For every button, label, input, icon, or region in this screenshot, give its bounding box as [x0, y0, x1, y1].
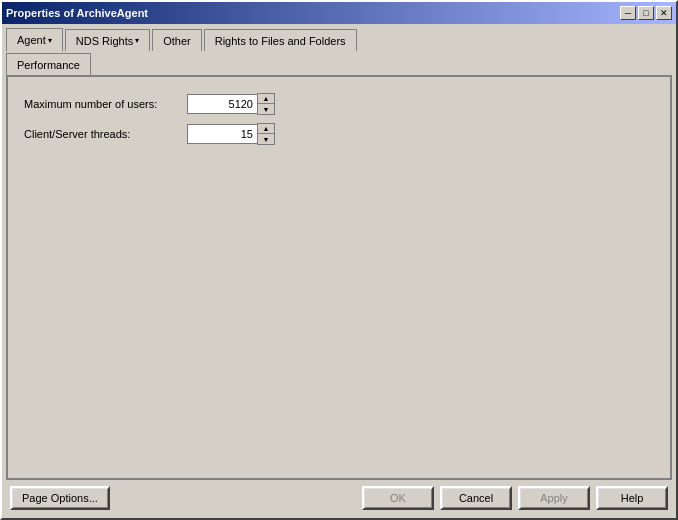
window-content: Agent ▾ NDS Rights ▾ Other Rights to Fil…	[2, 24, 676, 518]
help-button[interactable]: Help	[596, 486, 668, 510]
max-users-input[interactable]	[187, 94, 257, 114]
tab-panel: Agent ▾ NDS Rights ▾ Other Rights to Fil…	[6, 28, 672, 75]
client-server-threads-row: Client/Server threads: ▲ ▼	[24, 123, 654, 145]
footer-left: Page Options...	[10, 486, 110, 510]
client-server-threads-increment-button[interactable]: ▲	[258, 124, 274, 134]
client-server-threads-decrement-button[interactable]: ▼	[258, 134, 274, 144]
tab-nds-rights[interactable]: NDS Rights ▾	[65, 29, 150, 51]
client-server-threads-label: Client/Server threads:	[24, 128, 179, 140]
tab-agent-label: Agent	[17, 34, 46, 46]
max-users-decrement-button[interactable]: ▼	[258, 104, 274, 114]
close-button[interactable]: ✕	[656, 6, 672, 20]
tab-other-label: Other	[163, 35, 191, 47]
main-panel: Maximum number of users: ▲ ▼ Client/Serv…	[6, 75, 672, 480]
title-bar: Properties of ArchiveAgent ─ □ ✕	[2, 2, 676, 24]
tab-performance[interactable]: Performance	[6, 53, 91, 75]
max-users-row: Maximum number of users: ▲ ▼	[24, 93, 654, 115]
ok-button[interactable]: OK	[362, 486, 434, 510]
tab-nds-rights-label: NDS Rights	[76, 35, 133, 47]
client-server-threads-spinner-buttons: ▲ ▼	[257, 123, 275, 145]
max-users-label: Maximum number of users:	[24, 98, 179, 110]
tab-row-1: Agent ▾ NDS Rights ▾ Other Rights to Fil…	[6, 28, 672, 51]
minimize-button[interactable]: ─	[620, 6, 636, 20]
window-title: Properties of ArchiveAgent	[6, 7, 148, 19]
tab-agent[interactable]: Agent ▾	[6, 28, 63, 52]
footer-right: OK Cancel Apply Help	[362, 486, 668, 510]
max-users-increment-button[interactable]: ▲	[258, 94, 274, 104]
page-options-button[interactable]: Page Options...	[10, 486, 110, 510]
max-users-spinner: ▲ ▼	[187, 93, 275, 115]
main-window: Properties of ArchiveAgent ─ □ ✕ Agent ▾…	[0, 0, 678, 520]
tab-row-2: Performance	[6, 53, 672, 75]
agent-tab-arrow-icon: ▾	[48, 36, 52, 45]
max-users-spinner-buttons: ▲ ▼	[257, 93, 275, 115]
cancel-button[interactable]: Cancel	[440, 486, 512, 510]
client-server-threads-spinner: ▲ ▼	[187, 123, 275, 145]
nds-rights-tab-arrow-icon: ▾	[135, 36, 139, 45]
tab-rights-files-folders[interactable]: Rights to Files and Folders	[204, 29, 357, 51]
client-server-threads-input[interactable]	[187, 124, 257, 144]
maximize-button[interactable]: □	[638, 6, 654, 20]
tab-performance-label: Performance	[17, 59, 80, 71]
footer: Page Options... OK Cancel Apply Help	[6, 480, 672, 514]
title-bar-controls: ─ □ ✕	[620, 6, 672, 20]
tab-other[interactable]: Other	[152, 29, 202, 51]
apply-button[interactable]: Apply	[518, 486, 590, 510]
tab-rights-files-folders-label: Rights to Files and Folders	[215, 35, 346, 47]
